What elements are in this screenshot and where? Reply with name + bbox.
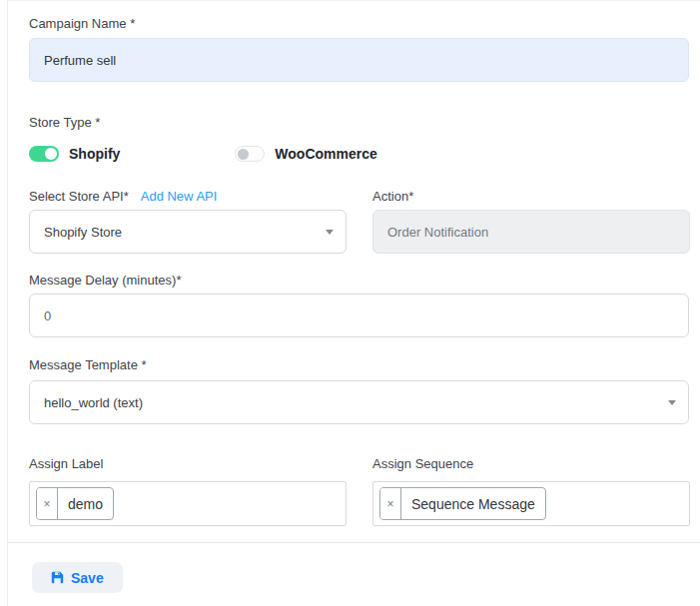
store-type-option-woocommerce: WooCommerce (235, 146, 376, 162)
campaign-form-body: Campaign Name * Store Type * Shopify Woo… (8, 1, 700, 542)
shopify-toggle[interactable] (29, 146, 59, 162)
campaign-name-label: Campaign Name * (29, 16, 689, 31)
action-input (372, 210, 690, 254)
store-type-option-shopify: Shopify (29, 146, 120, 162)
message-template-group: Message Template * hello_world (text) (29, 357, 689, 424)
save-icon (51, 571, 64, 584)
store-api-select[interactable]: Shopify Store (29, 210, 347, 254)
message-template-select[interactable]: hello_world (text) (29, 380, 689, 424)
toggle-knob (238, 149, 249, 160)
woocommerce-toggle-label: WooCommerce (275, 146, 376, 162)
sequence-tag-text: Sequence Message (401, 488, 545, 519)
message-template-label: Message Template * (29, 357, 689, 372)
chevron-down-icon (668, 400, 676, 405)
shopify-toggle-label: Shopify (69, 146, 120, 162)
message-template-selected-value: hello_world (text) (44, 395, 143, 410)
save-button-label: Save (71, 570, 104, 586)
action-label: Action* (372, 189, 690, 204)
woocommerce-toggle[interactable] (235, 146, 265, 162)
toggle-knob (45, 148, 57, 160)
store-api-selected-value: Shopify Store (44, 225, 122, 240)
assign-label-label: Assign Label (29, 456, 347, 471)
campaign-form-card: Campaign Name * Store Type * Shopify Woo… (7, 0, 700, 606)
campaign-name-input[interactable] (29, 38, 689, 82)
store-type-toggle-row: Shopify WooCommerce (29, 141, 689, 167)
message-delay-input[interactable] (29, 294, 689, 337)
assign-sequence-group: Assign Sequence × Sequence Message (372, 456, 690, 526)
form-footer: Save (8, 542, 700, 606)
add-new-api-link[interactable]: Add New API (141, 189, 218, 204)
label-tag: × demo (36, 487, 114, 520)
assign-sequence-label: Assign Sequence (372, 456, 690, 471)
assign-sequence-input[interactable]: × Sequence Message (372, 481, 690, 526)
save-button[interactable]: Save (32, 562, 123, 593)
assign-row: Assign Label × demo Assign Sequence × Se… (29, 456, 689, 526)
store-type-label: Store Type * (29, 115, 689, 130)
store-api-group: Select Store API* Add New API Shopify St… (29, 189, 347, 254)
message-delay-label: Message Delay (minutes)* (29, 273, 689, 288)
assign-label-input[interactable]: × demo (29, 481, 347, 526)
remove-tag-icon[interactable]: × (37, 488, 58, 519)
remove-tag-icon[interactable]: × (380, 488, 401, 519)
sequence-tag: × Sequence Message (379, 487, 546, 520)
action-group: Action* (372, 189, 690, 254)
store-api-label: Select Store API* (29, 189, 129, 204)
assign-label-group: Assign Label × demo (29, 456, 347, 526)
store-type-group: Store Type * Shopify WooCommerce (29, 115, 689, 167)
message-delay-group: Message Delay (minutes)* (29, 273, 689, 337)
campaign-name-group: Campaign Name * (29, 16, 689, 82)
store-api-action-row: Select Store API* Add New API Shopify St… (29, 189, 689, 254)
label-tag-text: demo (58, 488, 113, 519)
chevron-down-icon (326, 230, 334, 235)
